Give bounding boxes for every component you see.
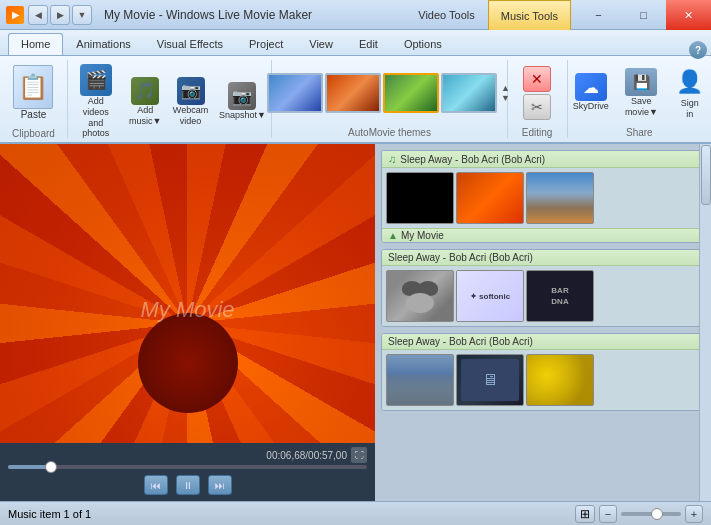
save-movie-button[interactable]: 💾 Savemovie▼ xyxy=(619,64,664,122)
ribbon: 📋 Paste Clipboard 🎬 Add videosand photos… xyxy=(0,56,711,144)
video-overlay-text: My Movie xyxy=(140,297,234,323)
add-music-icon: 🎵 xyxy=(131,77,159,105)
fast-forward-button[interactable]: ⏭ xyxy=(208,475,232,495)
quick-access[interactable]: ▼ xyxy=(72,5,92,25)
thumb-1-2[interactable] xyxy=(456,172,524,224)
playback-buttons: ⏮ ⏸ ⏭ xyxy=(8,473,367,497)
tab-options[interactable]: Options xyxy=(391,33,455,55)
theme-3[interactable] xyxy=(383,73,439,113)
zoom-handle[interactable] xyxy=(651,508,663,520)
edit-row-2: ✂ xyxy=(523,94,551,120)
skydrive-button[interactable]: ☁ SkyDrive xyxy=(567,69,615,116)
snapshot-icon: 📷 xyxy=(228,82,256,110)
theme-2[interactable] xyxy=(325,73,381,113)
add-videos-button[interactable]: 🎬 Add videosand photos xyxy=(69,60,122,143)
forward-button[interactable]: ▶ xyxy=(50,5,70,25)
theme-4[interactable] xyxy=(441,73,497,113)
tab-animations[interactable]: Animations xyxy=(63,33,143,55)
fullscreen-button[interactable]: ⛶ xyxy=(351,447,367,463)
skydrive-label: SkyDrive xyxy=(573,101,609,112)
ribbon-group-clipboard: 📋 Paste Clipboard xyxy=(0,60,68,138)
webcam-button[interactable]: 📷 Webcamvideo xyxy=(168,73,213,131)
thumb-2-3[interactable]: BARDNA xyxy=(526,270,594,322)
paste-icon: 📋 xyxy=(13,65,53,109)
title-bar-left: ▶ ◀ ▶ ▼ My Movie - Windows Live Movie Ma… xyxy=(6,5,312,25)
tab-music-tools[interactable]: Music Tools xyxy=(488,0,571,30)
editing-content: ✕ ✂ xyxy=(523,60,551,125)
zoom-slider[interactable] xyxy=(621,512,681,516)
zoom-out-button[interactable]: − xyxy=(599,505,617,523)
scrollbar-thumb[interactable] xyxy=(701,145,711,205)
thumb-3-1[interactable] xyxy=(386,354,454,406)
share-group-label: Share xyxy=(626,125,653,138)
seek-handle[interactable] xyxy=(45,461,57,473)
tab-visual-effects[interactable]: Visual Effects xyxy=(144,33,236,55)
video-preview: My Movie xyxy=(0,144,375,443)
music-note-icon-1: ♫ xyxy=(388,153,396,165)
webcam-label: Webcamvideo xyxy=(173,105,208,127)
segment-2-thumbs: ✦ softonic BARDNA xyxy=(382,266,704,326)
segment-1-header: ♫ Sleep Away - Bob Acri (Bob Acri) xyxy=(382,151,704,168)
sign-in-icon: 👤 xyxy=(674,66,706,98)
fit-screen-button[interactable]: ⊞ xyxy=(575,505,595,523)
status-right: ⊞ − + xyxy=(575,505,703,523)
back-button[interactable]: ◀ xyxy=(28,5,48,25)
close-button[interactable]: ✕ xyxy=(666,0,711,30)
rewind-button[interactable]: ⏮ xyxy=(144,475,168,495)
maximize-button[interactable]: □ xyxy=(621,0,666,30)
tab-video-tools[interactable]: Video Tools xyxy=(405,0,487,30)
window-controls: − □ ✕ xyxy=(576,0,711,30)
webcam-icon: 📷 xyxy=(177,77,205,105)
share-content: ☁ SkyDrive 💾 Savemovie▼ 👤 Signin xyxy=(567,60,711,125)
status-text: Music item 1 of 1 xyxy=(8,508,91,520)
segment-3-header: Sleep Away - Bob Acri (Bob Acri) xyxy=(382,334,704,350)
storyboard-panel: ♫ Sleep Away - Bob Acri (Bob Acri) ▲ My … xyxy=(375,144,711,501)
my-movie-text: My Movie xyxy=(401,230,444,241)
zoom-in-button[interactable]: + xyxy=(685,505,703,523)
tab-home[interactable]: Home xyxy=(8,33,63,55)
remove-button[interactable]: ✕ xyxy=(523,66,551,92)
save-movie-label: Savemovie▼ xyxy=(625,96,658,118)
thumb-3-3[interactable] xyxy=(526,354,594,406)
snapshot-button[interactable]: 📷 Snapshot▼ xyxy=(215,78,270,125)
ribbon-group-automovie: ▲▼ AutoMovie themes xyxy=(272,60,507,138)
paste-button[interactable]: 📋 Paste xyxy=(4,60,62,126)
add-music-button[interactable]: 🎵 Addmusic▼ xyxy=(124,73,166,131)
skydrive-icon: ☁ xyxy=(575,73,607,101)
save-movie-icon: 💾 xyxy=(625,68,657,96)
segment-2-header: Sleep Away - Bob Acri (Bob Acri) xyxy=(382,250,704,266)
movie-icon: ▲ xyxy=(388,230,398,241)
theme-1[interactable] xyxy=(267,73,323,113)
thumb-2-2[interactable]: ✦ softonic xyxy=(456,270,524,322)
sign-in-label: Signin xyxy=(681,98,699,120)
my-movie-label: ▲ My Movie xyxy=(382,228,704,242)
thumb-2-1[interactable] xyxy=(386,270,454,322)
tab-edit[interactable]: Edit xyxy=(346,33,391,55)
preview-controls: 00:06,68/00:57,00 ⛶ ⏮ ⏸ ⏭ xyxy=(0,443,375,501)
thumb-1-3[interactable] xyxy=(526,172,594,224)
pause-button[interactable]: ⏸ xyxy=(176,475,200,495)
segment-2-title: Sleep Away - Bob Acri (Bob Acri) xyxy=(388,252,533,263)
cut-button[interactable]: ✂ xyxy=(523,94,551,120)
thumb-3-2[interactable]: 🖥 xyxy=(456,354,524,406)
editing-group-label: Editing xyxy=(522,125,553,138)
sign-in-button[interactable]: 👤 Signin xyxy=(668,62,711,124)
tab-project[interactable]: Project xyxy=(236,33,296,55)
app-logo: ▶ xyxy=(6,6,24,24)
automovie-group-label: AutoMovie themes xyxy=(348,125,431,138)
tab-view[interactable]: View xyxy=(296,33,346,55)
minimize-button[interactable]: − xyxy=(576,0,621,30)
ribbon-group-share: ☁ SkyDrive 💾 Savemovie▼ 👤 Signin Share xyxy=(568,60,711,138)
help-button[interactable]: ? xyxy=(689,41,707,59)
thumb-1-1[interactable] xyxy=(386,172,454,224)
time-value: 00:06,68/00:57,00 xyxy=(266,450,347,461)
preview-panel: My Movie 00:06,68/00:57,00 ⛶ ⏮ ⏸ ⏭ xyxy=(0,144,375,501)
scrollbar-track xyxy=(699,144,711,501)
paste-label: Paste xyxy=(21,109,47,121)
segment-3: Sleep Away - Bob Acri (Bob Acri) 🖥 xyxy=(381,333,705,411)
segment-1-thumbs xyxy=(382,168,704,228)
seek-bar[interactable] xyxy=(8,465,367,469)
clipboard-group-label: Clipboard xyxy=(12,126,55,139)
segment-1: ♫ Sleep Away - Bob Acri (Bob Acri) ▲ My … xyxy=(381,150,705,243)
editing-buttons: ✕ ✂ xyxy=(523,66,551,120)
